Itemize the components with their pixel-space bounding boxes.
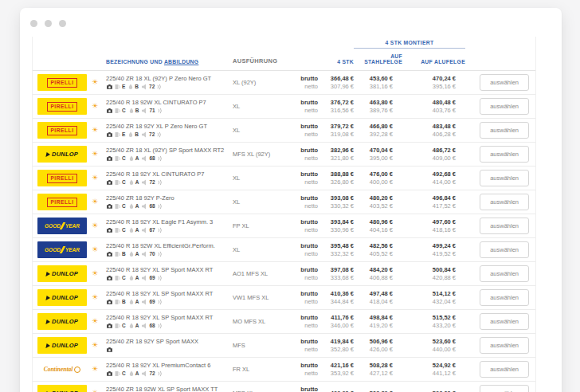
photo-camera-icon[interactable] — [106, 155, 113, 162]
select-button[interactable]: auswählen — [480, 98, 529, 115]
brand-logo-cell: GOOD YEAR — [37, 218, 92, 234]
price-4stk-cell: 410,36 € 344,84 € — [318, 290, 354, 306]
photo-camera-icon[interactable] — [106, 131, 113, 138]
mounted-group-label: 4 STK MONTIERT — [386, 40, 434, 45]
price-type-labels: brutto netto — [276, 362, 318, 378]
eu-tyre-label: C B 71 — [115, 108, 163, 114]
wet-grip-class: A — [135, 299, 139, 305]
price-alloy-rim-cell: 526,00 € — [393, 390, 456, 392]
price-steel-net: 403,52 € — [354, 202, 393, 210]
tyre-description-cell: 225/40 ZR 18 92W XL SP Sport MAXX TT — [106, 386, 233, 392]
dunlop-logo: DUNLOP — [37, 265, 87, 282]
select-button[interactable]: auswählen — [480, 170, 529, 186]
price-alloy-rim-cell: 515,52 € 433,20 € — [393, 314, 456, 330]
photo-camera-icon[interactable] — [106, 227, 113, 233]
select-button[interactable]: auswählen — [480, 289, 529, 306]
noise-speaker-icon — [142, 323, 147, 329]
goodyear-logo-text-left: GOOD — [45, 247, 61, 253]
photo-camera-icon[interactable] — [106, 108, 113, 114]
photo-camera-icon[interactable] — [106, 179, 113, 186]
sun-icon: ☀ — [92, 78, 98, 86]
window-control-dot[interactable] — [45, 20, 52, 27]
column-header-row: BEZEICHNUNG UND ABBILDUNG AUSFÜHRUNG 4 S… — [33, 49, 535, 71]
noise-db-value: 72 — [149, 131, 155, 138]
price-type-labels: brutto netto — [276, 99, 318, 115]
price-type-labels: brutto netto — [276, 194, 318, 210]
photo-camera-icon[interactable] — [106, 84, 113, 90]
select-button[interactable]: auswählen — [480, 385, 529, 392]
photo-camera-icon[interactable] — [106, 203, 113, 210]
fuel-efficiency-icon — [115, 203, 120, 210]
net-label: netto — [276, 322, 318, 330]
action-cell: auswählen — [456, 361, 535, 378]
fuel-efficiency-icon — [115, 251, 120, 257]
noise-speaker-icon — [142, 275, 147, 281]
brand-logo-cell: DUNLOP — [37, 385, 92, 392]
sun-icon: ☀ — [92, 198, 98, 206]
photo-camera-icon[interactable] — [106, 251, 113, 257]
continental-logo-text: Continental — [44, 366, 73, 373]
action-cell: auswählen — [456, 194, 535, 210]
dunlop-arrow-icon — [45, 343, 50, 348]
brand-logo-cell: GOOD YEAR — [37, 241, 92, 258]
action-cell: auswählen — [456, 289, 535, 306]
select-button[interactable]: auswählen — [480, 265, 529, 282]
select-button[interactable]: auswählen — [480, 146, 529, 163]
price-4stk-gross: 393,08 € — [318, 194, 354, 202]
price-alloy-gross: 524,92 € — [393, 362, 456, 370]
net-label: netto — [276, 274, 318, 282]
price-type-labels: brutto netto — [276, 314, 318, 330]
eu-tyre-label: B A 69 — [115, 299, 163, 305]
price-steel-net: 392,28 € — [354, 131, 393, 139]
summer-tyre-icon: ☀ — [92, 366, 106, 373]
photo-camera-icon[interactable] — [106, 299, 113, 305]
price-type-labels: brutto netto — [276, 218, 318, 234]
window-control-dot[interactable] — [59, 20, 66, 27]
select-button[interactable]: auswählen — [480, 122, 529, 139]
price-4stk-gross: 422,20 € — [318, 390, 354, 392]
pirelli-logo-text: PIRELLI — [47, 174, 76, 183]
dunlop-logo: DUNLOP — [37, 289, 87, 306]
gross-label: brutto — [276, 362, 318, 370]
select-button[interactable]: auswählen — [480, 313, 529, 330]
price-steel-gross: 476,00 € — [354, 171, 393, 178]
fuel-efficiency-class: B — [122, 251, 126, 257]
price-type-labels: brutto netto — [276, 290, 318, 306]
price-4stk-cell: 376,72 € 316,56 € — [318, 99, 354, 115]
table-row: GOOD YEAR ☀ 225/40 R 18 92Y XL Eagle F1 … — [33, 214, 535, 238]
price-4stk-cell: 393,08 € 330,32 € — [318, 194, 354, 210]
price-alloy-net: 420,88 € — [393, 274, 456, 282]
price-steel-rim-cell: 506,96 € 426,00 € — [354, 338, 393, 354]
brand-logo-cell: PIRELLI — [37, 74, 92, 91]
net-label: netto — [276, 131, 318, 139]
price-type-labels: brutto netto — [276, 171, 318, 186]
fuel-efficiency-icon — [115, 227, 120, 233]
photo-camera-icon[interactable] — [106, 323, 113, 329]
price-4stk-gross: 366,48 € — [318, 75, 354, 83]
price-4stk-gross: 379,72 € — [318, 123, 354, 131]
dunlop-logo: DUNLOP — [37, 146, 87, 163]
noise-db-value: 69 — [149, 299, 155, 305]
select-button[interactable]: auswählen — [480, 194, 529, 210]
version-cell: MFS XL (92Y) — [233, 151, 276, 158]
photo-camera-icon[interactable] — [106, 347, 113, 353]
abbildung-sort-link[interactable]: ABBILDUNG — [164, 59, 198, 65]
select-button[interactable]: auswählen — [480, 241, 529, 258]
price-alloy-gross: 514,12 € — [393, 290, 456, 298]
select-button[interactable]: auswählen — [480, 337, 529, 354]
photo-camera-icon[interactable] — [106, 275, 113, 281]
tyre-name: 225/40 ZR 18 92W XL SP Sport MAXX TT — [106, 386, 233, 392]
tyre-info-icons: E B 72 — [106, 84, 233, 90]
version-cell: FP XL — [233, 222, 276, 229]
select-button[interactable]: auswählen — [480, 74, 529, 91]
summer-tyre-icon: ☀ — [92, 79, 106, 86]
price-4stk-gross: 411,76 € — [318, 314, 354, 322]
photo-camera-icon[interactable] — [106, 370, 113, 377]
version-cell: VW1 MFS XL — [233, 294, 276, 301]
window-control-dot[interactable] — [30, 20, 37, 27]
eu-tyre-label: C A 68 — [115, 155, 163, 162]
select-button[interactable]: auswählen — [480, 361, 529, 378]
alloy-rim-column-header: AUF ALUFELGE — [402, 59, 465, 65]
brand-logo-cell: PIRELLI — [37, 194, 92, 210]
select-button[interactable]: auswählen — [480, 218, 529, 234]
